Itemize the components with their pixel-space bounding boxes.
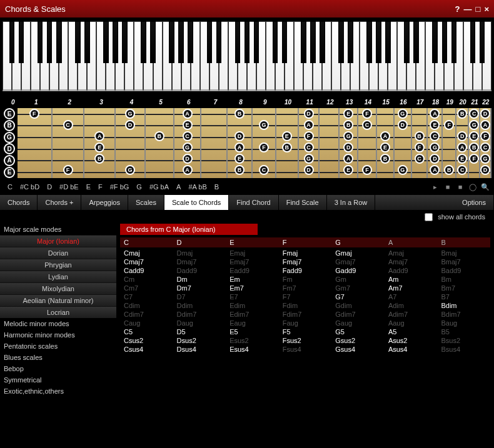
- chord-cell[interactable]: Cmaj: [120, 249, 173, 257]
- chord-cell[interactable]: Bsus2: [437, 336, 490, 345]
- fret-note[interactable]: B: [234, 109, 244, 119]
- root-note-G[interactable]: G: [133, 183, 146, 191]
- chord-cell[interactable]: Fdim: [279, 301, 332, 310]
- fret-note[interactable]: E: [469, 131, 479, 141]
- sidebar-item[interactable]: Lydian: [0, 271, 116, 282]
- fret-note[interactable]: A: [430, 165, 440, 175]
- tab-options[interactable]: Options: [455, 195, 494, 210]
- chord-cell[interactable]: Bm: [437, 275, 490, 284]
- sidebar-item[interactable]: Major (Ionian): [0, 235, 116, 247]
- fret-note[interactable]: C: [469, 109, 479, 119]
- chord-cell[interactable]: Amaj: [385, 249, 438, 257]
- chord-cell[interactable]: Cdim: [120, 301, 173, 310]
- fret-note[interactable]: G: [469, 120, 479, 130]
- chord-cell[interactable]: C5: [120, 327, 173, 336]
- chord-cell[interactable]: Edim7: [226, 310, 279, 319]
- fret-note[interactable]: D: [304, 165, 314, 175]
- fret-note[interactable]: A: [234, 142, 244, 152]
- fret-note[interactable]: D: [398, 120, 408, 130]
- sidebar-header[interactable]: Pentatonic scales: [0, 341, 116, 352]
- open-string-note[interactable]: D: [4, 143, 15, 154]
- chord-cell[interactable]: Dsus2: [173, 336, 226, 345]
- chord-cell[interactable]: Ddim: [173, 301, 226, 310]
- chord-cell[interactable]: Cdim7: [120, 310, 173, 319]
- column-header[interactable]: F: [279, 237, 332, 247]
- fret-note[interactable]: G: [343, 131, 353, 141]
- white-key[interactable]: [209, 21, 219, 91]
- sidebar-header[interactable]: Melodic minor modes: [0, 318, 116, 329]
- white-key[interactable]: [256, 21, 266, 91]
- white-key[interactable]: [106, 21, 115, 91]
- white-key[interactable]: [124, 21, 134, 91]
- chord-cell[interactable]: Em7: [226, 284, 279, 292]
- white-key[interactable]: [473, 21, 482, 91]
- fret-note[interactable]: A: [304, 120, 314, 130]
- fret-note[interactable]: F: [259, 142, 269, 152]
- chord-cell[interactable]: Asus4: [385, 345, 438, 354]
- fret-note[interactable]: G: [430, 142, 440, 152]
- chord-cell[interactable]: Gdim: [331, 301, 385, 310]
- white-key[interactable]: [12, 21, 21, 91]
- sidebar-item[interactable]: Dorian: [0, 247, 116, 259]
- stop-icon[interactable]: ■: [443, 182, 453, 192]
- tab-scales[interactable]: Scales: [128, 195, 164, 210]
- chord-cell[interactable]: Am: [385, 275, 438, 284]
- column-header[interactable]: B: [437, 237, 490, 247]
- fret-note[interactable]: D: [343, 142, 353, 152]
- sidebar-header[interactable]: Bebop: [0, 363, 116, 374]
- open-string-note[interactable]: B: [4, 120, 15, 131]
- chord-cell[interactable]: Cm: [120, 275, 173, 284]
- open-string-note[interactable]: A: [4, 155, 15, 166]
- chord-cell[interactable]: Ddim7: [173, 310, 226, 319]
- fret-note[interactable]: A: [343, 154, 353, 164]
- chord-cell[interactable]: Dm7: [173, 284, 226, 292]
- fret-note[interactable]: E: [343, 165, 353, 175]
- column-header[interactable]: C: [120, 237, 173, 247]
- root-note-F[interactable]: F: [94, 183, 106, 191]
- fretboard[interactable]: EBGDAE FFCAEBGDGBAECGDABDAEBGFCEBDAFCGDE…: [3, 108, 491, 178]
- white-key[interactable]: [21, 21, 31, 91]
- chord-cell[interactable]: G7: [331, 292, 385, 301]
- chord-cell[interactable]: Gadd9: [331, 266, 385, 275]
- white-key[interactable]: [425, 21, 435, 91]
- fret-note[interactable]: D: [304, 109, 314, 119]
- fret-note[interactable]: D: [430, 154, 440, 164]
- fret-note[interactable]: C: [63, 120, 73, 130]
- fret-note[interactable]: A: [457, 142, 467, 152]
- fret-note[interactable]: C: [183, 131, 193, 141]
- chord-cell[interactable]: Bsus4: [437, 345, 490, 354]
- white-key[interactable]: [360, 21, 369, 91]
- column-header[interactable]: E: [226, 237, 279, 247]
- show-all-chords-checkbox[interactable]: show all chords: [425, 213, 485, 221]
- white-key[interactable]: [238, 21, 247, 91]
- fret-note[interactable]: A: [380, 131, 390, 141]
- chord-cell[interactable]: Bdim: [437, 301, 490, 310]
- close-icon[interactable]: ×: [484, 4, 489, 14]
- white-key[interactable]: [341, 21, 350, 91]
- white-key[interactable]: [40, 21, 49, 91]
- white-key[interactable]: [191, 21, 200, 91]
- record-icon[interactable]: ■: [455, 182, 465, 192]
- chord-cell[interactable]: Gsus4: [331, 345, 385, 354]
- chord-cell[interactable]: Cadd9: [120, 266, 173, 275]
- chord-cell[interactable]: Fdim7: [279, 310, 332, 319]
- fret-note[interactable]: C: [304, 142, 314, 152]
- chord-cell[interactable]: Emaj: [226, 249, 279, 257]
- white-key[interactable]: [163, 21, 172, 91]
- chord-cell[interactable]: D5: [173, 327, 226, 336]
- chord-cell[interactable]: Gmaj: [331, 249, 385, 257]
- show-all-checkbox[interactable]: [425, 213, 433, 221]
- root-note-A[interactable]: A: [173, 183, 184, 191]
- chord-cell[interactable]: Eaug: [226, 319, 279, 327]
- white-key[interactable]: [331, 21, 341, 91]
- root-note-FbG[interactable]: #F bG: [106, 183, 133, 191]
- fret-note[interactable]: F: [444, 120, 454, 130]
- fret-note[interactable]: D: [125, 120, 135, 130]
- chord-cell[interactable]: Asus2: [385, 336, 438, 345]
- fret-note[interactable]: F: [469, 154, 479, 164]
- root-note-E[interactable]: E: [83, 183, 94, 191]
- sidebar-header[interactable]: Major scale modes: [0, 224, 116, 235]
- fret-note[interactable]: E: [282, 131, 292, 141]
- fret-note[interactable]: G: [304, 154, 314, 164]
- chord-cell[interactable]: Esus2: [226, 336, 279, 345]
